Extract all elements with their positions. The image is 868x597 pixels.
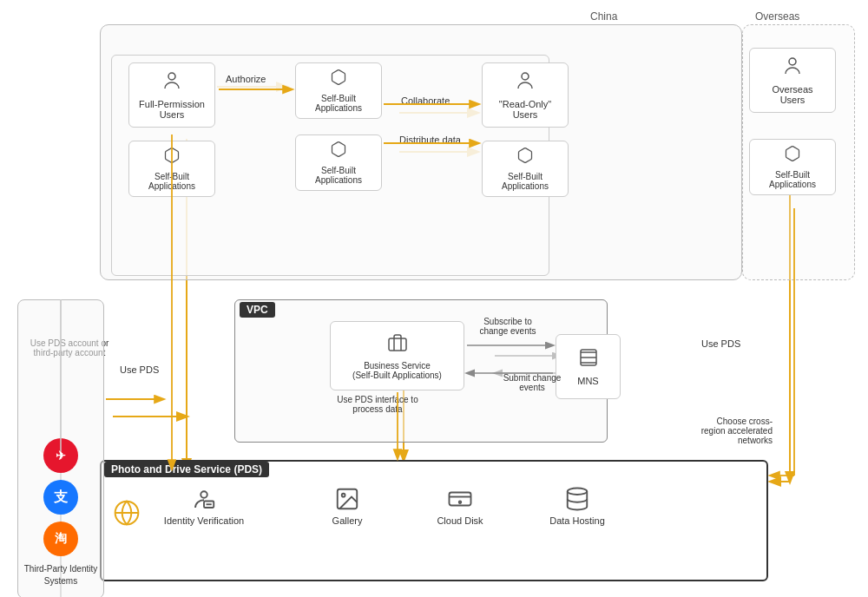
svg-point-25 bbox=[459, 502, 462, 504]
user-icon bbox=[161, 70, 182, 95]
identity-verification-container: Identity Verification bbox=[156, 486, 252, 526]
self-built-app-4-card: Self-Built Applications bbox=[482, 141, 569, 197]
overseas-label: Overseas bbox=[755, 10, 799, 23]
use-pds-label-left: Use PDS bbox=[120, 364, 159, 375]
business-service-card: Business Service (Self-Built Application… bbox=[330, 321, 464, 390]
cloud-disk-label: Cloud Disk bbox=[437, 515, 483, 526]
pds-network-icon-container bbox=[113, 499, 141, 527]
cloud-disk-icon bbox=[447, 486, 473, 512]
self-built-app-1-label: Self-Built Applications bbox=[135, 172, 209, 191]
mns-card: MNS bbox=[556, 334, 621, 399]
network-icon bbox=[113, 499, 141, 527]
identity-verification-label: Identity Verification bbox=[164, 515, 244, 526]
self-built-app-2-label: Self-Built Applications bbox=[301, 94, 376, 113]
data-hosting-icon bbox=[564, 486, 590, 512]
full-permission-users-label: Full-Permission Users bbox=[139, 99, 205, 120]
full-permission-users-card: Full-Permission Users bbox=[128, 62, 215, 128]
third-party-icons: ✈ 支 淘 bbox=[43, 438, 78, 556]
taobao-icon: 淘 bbox=[43, 522, 78, 556]
gallery-container: Gallery bbox=[312, 486, 382, 526]
svg-point-12 bbox=[522, 73, 529, 80]
overseas-users-label: Overseas Users bbox=[772, 84, 812, 105]
weibo-icon: ✈ bbox=[43, 438, 78, 473]
box-icon-2 bbox=[330, 69, 347, 90]
read-only-users-label: "Read-Only" Users bbox=[488, 99, 562, 120]
submit-change-label: Submit change events bbox=[502, 373, 562, 392]
china-label: China bbox=[590, 10, 617, 23]
use-pds-interface-label: Use PDS interface to process data bbox=[330, 395, 425, 414]
user-icon-2 bbox=[515, 70, 536, 95]
cross-region-label: Choose cross-region accelerated networks bbox=[694, 417, 773, 445]
third-party-label: Third-Party Identity Systems bbox=[18, 563, 103, 587]
use-pds-overseas-label: Use PDS bbox=[701, 338, 740, 349]
briefcase-icon bbox=[387, 332, 408, 358]
self-built-app-3-card: Self-Built Applications bbox=[295, 134, 382, 191]
collaborate-label: Collaborate bbox=[401, 95, 450, 106]
svg-point-22 bbox=[342, 494, 345, 497]
box-icon-4 bbox=[516, 147, 534, 168]
authorize-label: Authorize bbox=[226, 74, 266, 84]
self-built-app-4-label: Self-Built Applications bbox=[488, 172, 562, 191]
data-hosting-container: Data Hosting bbox=[538, 486, 616, 526]
pds-label: Photo and Drive Service (PDS) bbox=[104, 462, 269, 477]
cloud-disk-container: Cloud Disk bbox=[425, 486, 495, 526]
overseas-users-card: Overseas Users bbox=[749, 48, 836, 113]
diagram: China Overseas Full-Permission Users Sel… bbox=[0, 0, 868, 597]
mns-label: MNS bbox=[577, 376, 598, 386]
self-built-app-1-card: Self-Built Applications bbox=[128, 141, 215, 197]
overseas-self-built-app-label: Self-Built Applications bbox=[755, 170, 830, 189]
self-built-app-3-label: Self-Built Applications bbox=[301, 166, 376, 185]
svg-point-18 bbox=[201, 491, 207, 498]
self-built-app-2-card: Self-Built Applications bbox=[295, 62, 382, 119]
svg-point-26 bbox=[568, 489, 588, 495]
user-icon-3 bbox=[782, 56, 803, 81]
subscribe-label: Subscribe to change events bbox=[469, 317, 547, 336]
vpc-label: VPC bbox=[240, 302, 275, 318]
business-service-label: Business Service (Self-Built Application… bbox=[352, 361, 442, 380]
svg-rect-14 bbox=[389, 338, 406, 351]
alipay-icon: 支 bbox=[43, 480, 78, 515]
distribute-data-label: Distribute data bbox=[399, 134, 461, 145]
third-party-box: ✈ 支 淘 Third-Party Identity Systems bbox=[17, 299, 104, 597]
overseas-self-built-app-card: Self-Built Applications bbox=[749, 139, 836, 195]
data-hosting-label: Data Hosting bbox=[549, 515, 605, 526]
svg-point-13 bbox=[789, 58, 796, 65]
identity-icon bbox=[191, 486, 217, 512]
gallery-label: Gallery bbox=[332, 515, 363, 526]
read-only-users-card: "Read-Only" Users bbox=[482, 62, 569, 128]
box-icon-1 bbox=[163, 147, 181, 168]
mns-icon bbox=[578, 347, 599, 372]
box-icon-3 bbox=[330, 141, 347, 162]
svg-point-11 bbox=[168, 73, 175, 80]
gallery-icon bbox=[334, 486, 360, 512]
box-icon-5 bbox=[784, 145, 801, 167]
